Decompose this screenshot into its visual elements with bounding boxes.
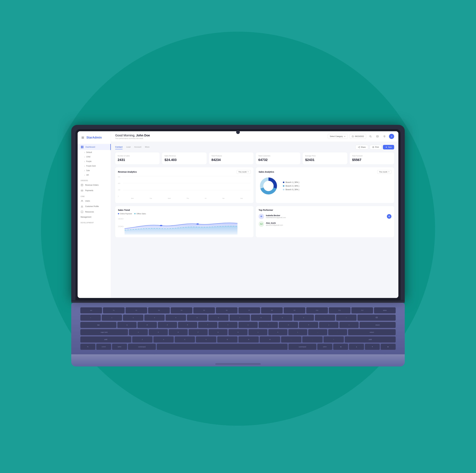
key-down[interactable]: ▼: [365, 344, 380, 350]
key-f7[interactable]: F7: [238, 307, 260, 313]
revenue-this-month-button[interactable]: This month: [237, 170, 251, 174]
key-l[interactable]: L: [288, 329, 307, 335]
key-esc[interactable]: esc: [80, 307, 102, 313]
key-quote[interactable]: ': [328, 329, 347, 335]
key-lbracket[interactable]: [: [319, 322, 338, 328]
key-n[interactable]: N: [238, 337, 259, 342]
sidebar-item-users[interactable]: Users: [78, 198, 111, 204]
key-w[interactable]: W: [137, 322, 157, 328]
key-z[interactable]: Z: [132, 337, 153, 342]
key-fn[interactable]: fn: [80, 344, 95, 350]
select-category-dropdown[interactable]: Select Category: [328, 134, 348, 139]
key-6[interactable]: 6: [208, 315, 229, 321]
key-k[interactable]: K: [268, 329, 288, 335]
key-4[interactable]: 4: [166, 315, 186, 321]
key-2[interactable]: 2: [123, 315, 143, 321]
key-alt-right[interactable]: option: [317, 344, 332, 350]
key-y[interactable]: Y: [218, 322, 238, 328]
key-r[interactable]: R: [178, 322, 197, 328]
print-button[interactable]: Print: [370, 145, 381, 150]
key-return2[interactable]: return: [348, 329, 396, 335]
key-o[interactable]: O: [279, 322, 298, 328]
key-cmd-left[interactable]: command: [128, 344, 156, 350]
sidebar-item-resources[interactable]: Resources: [78, 209, 111, 215]
key-alt-left[interactable]: option: [112, 344, 127, 350]
sidebar-item-payments[interactable]: Payments: [78, 188, 111, 193]
key-shift-left[interactable]: shift: [80, 337, 131, 342]
menu-icon[interactable]: [81, 135, 85, 140]
sales-this-month-button[interactable]: This month: [377, 170, 391, 174]
user-avatar[interactable]: J: [389, 134, 394, 139]
key-v[interactable]: V: [196, 337, 216, 342]
key-b[interactable]: B: [217, 337, 238, 342]
key-m[interactable]: M: [260, 337, 280, 342]
key-f1[interactable]: F1: [103, 307, 125, 313]
sidebar-item-purple-dark[interactable]: Purple Dark: [78, 164, 111, 168]
key-backspace[interactable]: ⌫: [357, 315, 396, 321]
new-button[interactable]: New: [383, 145, 394, 150]
share-button[interactable]: Share: [356, 145, 368, 150]
key-g[interactable]: G: [209, 329, 228, 335]
date-picker[interactable]: 09/23/2022: [350, 134, 366, 139]
key-i[interactable]: I: [259, 322, 278, 328]
key-capslock[interactable]: caps lock: [80, 329, 128, 335]
key-equals[interactable]: =: [336, 315, 357, 321]
key-up[interactable]: ▲: [349, 344, 364, 350]
key-return[interactable]: return: [359, 322, 396, 328]
key-8[interactable]: 8: [251, 315, 271, 321]
sidebar-item-hr[interactable]: HR: [78, 173, 111, 177]
mail-icon[interactable]: [375, 134, 380, 139]
key-space[interactable]: [157, 344, 288, 350]
key-semicolon[interactable]: ;: [308, 329, 327, 335]
key-left[interactable]: ◀: [333, 344, 348, 350]
key-comma[interactable]: ,: [281, 337, 301, 342]
key-f12[interactable]: F12: [351, 307, 373, 313]
key-tab[interactable]: tab: [80, 322, 117, 328]
tab-lead[interactable]: Lead: [126, 145, 131, 149]
tab-account[interactable]: Account: [134, 145, 141, 149]
tab-contact[interactable]: Contact: [115, 145, 122, 149]
key-delete[interactable]: delete: [374, 307, 396, 313]
key-7[interactable]: 7: [230, 315, 250, 321]
sidebar-logo[interactable]: StarAdmin: [78, 135, 111, 144]
key-j[interactable]: J: [248, 329, 268, 335]
key-q[interactable]: Q: [117, 322, 136, 328]
key-f10[interactable]: F10: [306, 307, 328, 313]
sidebar-item-management[interactable]: Management: [78, 215, 111, 220]
key-f5[interactable]: F5: [193, 307, 215, 313]
sidebar-item-revenue-orders[interactable]: Revenue Orders: [78, 182, 111, 188]
key-f11[interactable]: F11: [329, 307, 351, 313]
key-ctrl[interactable]: control: [96, 344, 111, 350]
key-rbracket[interactable]: ]: [340, 322, 359, 328]
key-d[interactable]: D: [169, 329, 188, 335]
key-f6[interactable]: F6: [216, 307, 238, 313]
key-3[interactable]: 3: [144, 315, 165, 321]
tab-more[interactable]: More: [145, 145, 150, 149]
key-t[interactable]: T: [198, 322, 217, 328]
key-5[interactable]: 5: [187, 315, 207, 321]
key-minus[interactable]: -: [315, 315, 335, 321]
key-f4[interactable]: F4: [171, 307, 192, 313]
key-period[interactable]: .: [302, 337, 323, 342]
key-f[interactable]: F: [188, 329, 208, 335]
key-f2[interactable]: F2: [125, 307, 147, 313]
key-f9[interactable]: F9: [284, 307, 305, 313]
sidebar-item-customer-profile[interactable]: Customer Profile: [78, 204, 111, 209]
key-a[interactable]: A: [129, 329, 148, 335]
key-tilde[interactable]: ~: [80, 315, 101, 321]
key-f3[interactable]: F3: [148, 307, 170, 313]
bell-icon[interactable]: [382, 134, 387, 139]
key-e[interactable]: E: [158, 322, 177, 328]
key-shift-right[interactable]: shift: [345, 337, 396, 342]
key-f8[interactable]: F8: [261, 307, 283, 313]
key-slash[interactable]: /: [323, 337, 344, 342]
key-1[interactable]: 1: [102, 315, 122, 321]
key-c[interactable]: C: [175, 337, 195, 342]
key-u[interactable]: U: [238, 322, 258, 328]
performer-action-button-0[interactable]: [387, 214, 391, 219]
key-s[interactable]: S: [149, 329, 168, 335]
key-right[interactable]: ▶: [381, 344, 396, 350]
key-9[interactable]: 9: [272, 315, 293, 321]
key-h[interactable]: H: [228, 329, 248, 335]
sidebar-item-purple[interactable]: Purple: [78, 159, 111, 164]
